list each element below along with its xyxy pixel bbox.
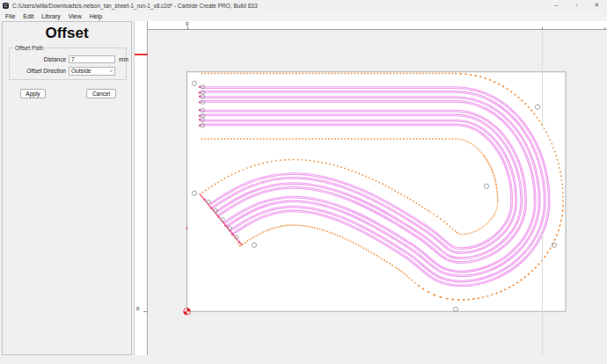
distance-unit-label: mm [119,56,128,62]
title-bar: C C:/Users/willa/Downloads/s-nelson_tan_… [0,0,607,11]
offset-direction-select[interactable]: Outside ˅ [69,67,115,76]
offset-path-group-label: Offset Path [13,45,45,51]
apply-button[interactable]: Apply [20,89,46,98]
origin-marker[interactable] [184,308,191,315]
menu-library[interactable]: Library [41,13,60,19]
offset-tool-panel: Offset Offset Path Distance mm Offset Di… [2,21,132,355]
cancel-button[interactable]: Cancel [86,89,116,98]
chevron-down-icon: ˅ [109,69,113,74]
cursor-position-marker [135,54,148,55]
vertical-ruler: 0 [134,21,148,355]
menu-bar: File Edit Library View Help [0,11,607,21]
minimize-button[interactable]: – [546,0,567,11]
window-title: C:/Users/willa/Downloads/s-nelson_tan_sh… [12,3,258,9]
menu-help[interactable]: Help [90,13,102,19]
close-button[interactable]: ✕ [587,0,607,11]
app-icon: C [3,3,9,9]
drawing-layer [148,30,607,356]
horizontal-ruler: 0 [148,21,607,30]
offset-direction-label: Offset Direction [10,68,66,74]
maximize-button[interactable]: ▫ [567,0,587,11]
offset-direction-value: Outside [71,68,91,74]
distance-label: Distance [10,56,66,62]
status-bar [0,355,607,364]
menu-file[interactable]: File [5,13,15,19]
panel-title: Offset [3,25,131,42]
distance-input[interactable] [69,55,115,63]
menu-view[interactable]: View [69,13,82,19]
ruler-tick [143,311,147,312]
ruler-zero-y: 0 [136,306,139,311]
menu-edit[interactable]: Edit [23,13,33,19]
